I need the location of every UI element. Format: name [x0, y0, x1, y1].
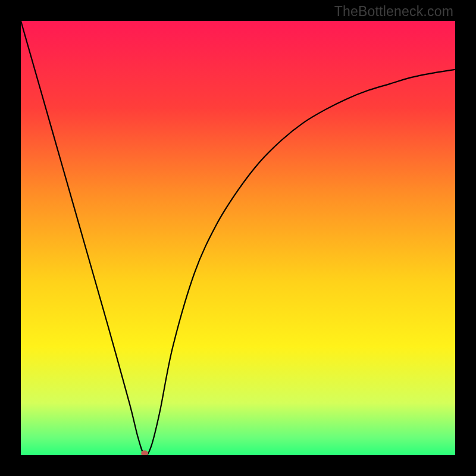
- plot-area: [21, 21, 455, 455]
- watermark-text: TheBottleneck.com: [334, 4, 453, 20]
- chart-curve: [21, 21, 455, 455]
